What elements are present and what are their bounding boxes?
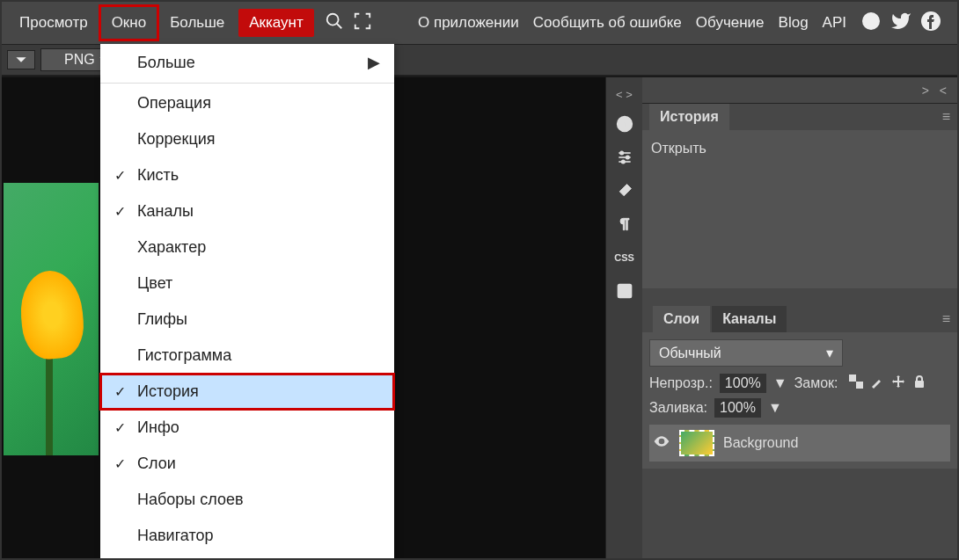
dropdown-item-correction[interactable]: Коррекция: [100, 121, 394, 157]
lock-transparency-icon[interactable]: [849, 375, 863, 392]
dropdown-button[interactable]: [7, 50, 35, 69]
svg-rect-17: [915, 381, 924, 388]
dropdown-item-layers[interactable]: ✓Слои: [100, 446, 394, 482]
fullscreen-icon[interactable]: [353, 11, 372, 35]
dropdown-item-operation[interactable]: Операция: [100, 85, 394, 121]
dropdown-label: Характер: [137, 238, 206, 257]
svg-line-1: [337, 23, 342, 28]
tool-strip-collapse[interactable]: < >: [616, 84, 633, 105]
link-api[interactable]: API: [823, 14, 846, 32]
dropdown-label: Инфо: [137, 418, 179, 437]
panel-menu-icon[interactable]: ≡: [942, 109, 950, 125]
svg-rect-16: [856, 382, 863, 389]
svg-point-2: [862, 12, 880, 30]
png-label: PNG: [64, 52, 95, 68]
menubar-tool-icons: [325, 11, 372, 35]
check-icon: ✓: [114, 203, 126, 220]
opacity-row: Непрозр.: 100% ▼ Замок:: [649, 374, 950, 393]
dropdown-item-channels[interactable]: ✓Каналы: [100, 193, 394, 229]
right-panel: < > CSS > < История ≡: [605, 77, 957, 558]
dropdown-label: Кисть: [137, 166, 179, 185]
tool-strip: < > CSS: [605, 77, 642, 558]
lock-label: Замок:: [794, 375, 838, 391]
lock-all-icon[interactable]: [912, 375, 926, 392]
dropdown-label: Каналы: [137, 202, 194, 221]
dropdown-item-notes[interactable]: Записи: [100, 554, 394, 560]
paragraph-icon[interactable]: [611, 210, 639, 238]
dropdown-item-navigator[interactable]: Навигатор: [100, 518, 394, 554]
fill-row: Заливка: 100% ▼: [649, 398, 950, 418]
history-tabs: История: [649, 104, 729, 130]
link-blog[interactable]: Blog: [779, 14, 809, 32]
layer-row[interactable]: Background: [649, 425, 950, 462]
svg-point-6: [624, 120, 626, 121]
flower-stem: [46, 350, 53, 455]
expand-marker[interactable]: > <: [922, 84, 950, 98]
brush-icon[interactable]: [611, 177, 639, 205]
social-icons: [860, 11, 941, 36]
dropdown-label: Гистограмма: [137, 346, 231, 365]
check-icon: ✓: [114, 455, 126, 472]
fill-value[interactable]: 100%: [714, 398, 761, 418]
layers-tabs: Слои Каналы: [649, 306, 790, 332]
dropdown-label: Навигатор: [137, 527, 213, 545]
opacity-value[interactable]: 100%: [720, 374, 766, 393]
link-about[interactable]: О приложении: [418, 14, 519, 32]
twitter-icon[interactable]: [890, 11, 911, 36]
facebook-icon[interactable]: [920, 11, 941, 36]
image-icon[interactable]: [611, 277, 639, 305]
svg-point-10: [620, 151, 623, 154]
dropdown-item-more[interactable]: Больше ▶: [100, 44, 394, 81]
svg-point-12: [621, 160, 624, 163]
svg-rect-15: [849, 375, 856, 382]
layer-name: Background: [723, 435, 798, 451]
lock-move-icon[interactable]: [891, 375, 905, 392]
dropdown-item-layer-sets[interactable]: Наборы слоев: [100, 482, 394, 518]
layer-thumbnail: [679, 430, 714, 456]
dropdown-separator: [100, 83, 394, 84]
dropdown-label: Слои: [137, 455, 176, 473]
menu-more[interactable]: Больше: [159, 7, 235, 39]
blend-mode-value: Обычный: [659, 345, 721, 361]
history-entry[interactable]: Открыть: [651, 137, 948, 160]
dropdown-item-brush[interactable]: ✓Кисть: [100, 157, 394, 193]
lock-paint-icon[interactable]: [870, 375, 884, 392]
dropdown-item-glyphs[interactable]: Глифы: [100, 302, 394, 338]
link-report-bug[interactable]: Сообщить об ошибке: [533, 14, 682, 32]
menu-account[interactable]: Аккаунт: [238, 9, 314, 37]
panel-menu-icon[interactable]: ≡: [942, 311, 950, 327]
chevron-down-icon: ▾: [826, 345, 833, 361]
svg-point-14: [620, 287, 623, 289]
dropdown-item-info[interactable]: ✓Инфо: [100, 410, 394, 446]
info-icon[interactable]: [611, 110, 639, 138]
dropdown-label: Цвет: [137, 274, 172, 293]
submenu-arrow-icon: ▶: [368, 53, 380, 72]
canvas-image: [4, 183, 99, 455]
reddit-icon[interactable]: [860, 11, 882, 36]
sliders-icon[interactable]: [611, 143, 639, 171]
menu-window[interactable]: Окно: [99, 4, 160, 41]
tab-layers[interactable]: Слои: [653, 306, 710, 332]
window-dropdown: Больше ▶ Операция Коррекция ✓Кисть ✓Кана…: [100, 44, 394, 560]
dropdown-item-character[interactable]: Характер: [100, 229, 394, 265]
dropdown-item-histogram[interactable]: Гистограмма: [100, 338, 394, 374]
opacity-label: Непрозр.:: [649, 375, 713, 391]
search-icon[interactable]: [325, 11, 344, 35]
history-body: Открыть: [642, 130, 957, 288]
check-icon: ✓: [114, 419, 126, 436]
panels-column: > < История ≡ Открыть Слои: [642, 77, 957, 558]
dropdown-item-color[interactable]: Цвет: [100, 265, 394, 302]
tab-channels[interactable]: Каналы: [712, 306, 787, 332]
link-learn[interactable]: Обучение: [696, 14, 765, 32]
dropdown-item-history[interactable]: ✓История: [100, 374, 394, 410]
chevron-down-icon[interactable]: ▼: [768, 400, 782, 416]
history-panel: История ≡ Открыть: [642, 104, 957, 288]
blend-mode-select[interactable]: Обычный ▾: [649, 339, 843, 367]
flower-petal: [18, 268, 86, 361]
tab-history[interactable]: История: [649, 104, 729, 130]
dropdown-label: Глифы: [137, 310, 187, 329]
css-icon[interactable]: CSS: [611, 244, 639, 272]
chevron-down-icon[interactable]: ▼: [773, 375, 787, 391]
menu-view[interactable]: Просмотр: [9, 7, 99, 39]
visibility-eye-icon[interactable]: [653, 433, 670, 454]
